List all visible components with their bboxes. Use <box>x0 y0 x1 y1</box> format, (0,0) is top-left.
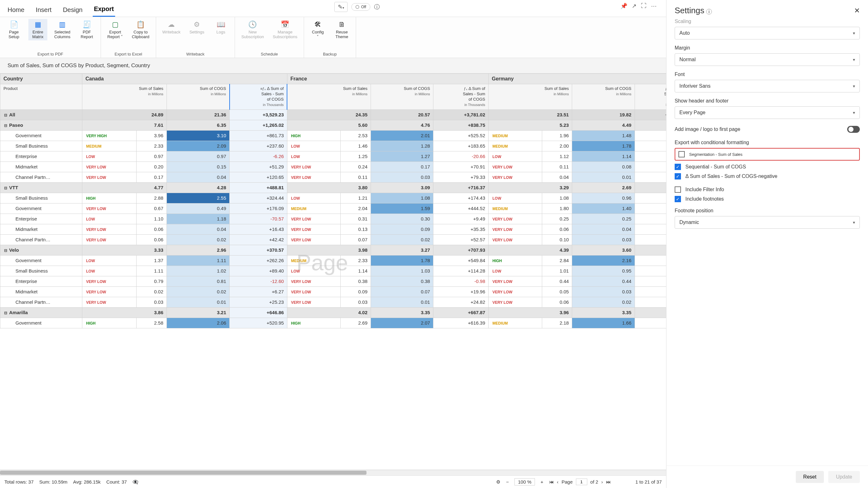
update-button[interactable]: Update <box>828 471 860 483</box>
zoom-out-button[interactable]: − <box>506 479 509 485</box>
table-row[interactable]: EnterpriseVERY LOW0.790.81-12.60VERY LOW… <box>0 276 666 286</box>
table-row[interactable]: Channel Partn…VERY LOW0.170.04+120.65VER… <box>0 172 666 182</box>
first-page-button[interactable]: ⏮ <box>549 479 554 485</box>
prev-page-button[interactable]: ‹ <box>557 479 559 485</box>
cloud-icon: ☁ <box>167 20 176 29</box>
pdf-icon: 🧾 <box>82 20 91 29</box>
footnotes-checkbox[interactable]: ✓ <box>675 196 681 202</box>
info-icon[interactable]: i <box>706 9 712 14</box>
reset-button[interactable]: Reset <box>796 471 824 483</box>
config-button[interactable]: 🛠Config ˅ <box>308 19 328 40</box>
report-subtitle: Sum of Sales, Sum of COGS by Product, Se… <box>0 58 666 73</box>
ca-cogs-header[interactable]: Sum of COGSin Millions <box>166 84 229 110</box>
page-input[interactable] <box>576 479 587 485</box>
col-germany[interactable]: Germany <box>489 74 666 84</box>
table-row[interactable]: Channel Partn…VERY LOW0.060.02+42.42VERY… <box>0 234 666 245</box>
export-report-button[interactable]: ▢Export Report ˅ <box>105 19 125 40</box>
note-icon[interactable]: ✎▾ <box>334 2 348 12</box>
table-row[interactable]: ⊟Velo3.332.96+370.573.983.27+707.934.393… <box>0 245 666 255</box>
zoom-value[interactable]: 100 % <box>515 478 535 486</box>
filter-checkbox[interactable] <box>675 186 681 193</box>
table-row[interactable]: Channel Partn…VERY LOW0.030.01+25.23VERY… <box>0 297 666 307</box>
table-row[interactable]: MidmarketVERY LOW0.060.04+16.43VERY LOW0… <box>0 224 666 234</box>
arrow-icon[interactable]: ↗ <box>632 2 637 9</box>
status-bar: Total rows: 37 Sum: 10.59m Avg: 286.15k … <box>0 476 666 488</box>
next-page-button[interactable]: › <box>601 479 603 485</box>
ca-diff-header[interactable]: ≡ƒₓ Δ Sum of Sales - Sum of COGSin Thous… <box>229 84 287 110</box>
fr-cogs-header[interactable]: Sum of COGSin Millions <box>371 84 433 110</box>
reuse-theme-button[interactable]: 🗎Reuse Theme <box>333 19 351 40</box>
entire-matrix-button[interactable]: ▦Entire Matrix <box>28 19 47 40</box>
close-settings-button[interactable]: ✕ <box>854 7 860 15</box>
table-row[interactable]: GovernmentVERY LOW0.670.49+176.09MEDIUM2… <box>0 203 666 214</box>
footnotes-label: Include footnotes <box>685 196 724 202</box>
tab-home[interactable]: Home <box>6 4 26 17</box>
cf-delta-checkbox[interactable]: ✓ <box>675 173 681 180</box>
table-row[interactable]: EnterpriseLOW0.970.97-6.26LOW1.251.27-20… <box>0 151 666 161</box>
filter-row[interactable]: Include Filter Info <box>675 186 860 193</box>
pin-icon[interactable]: 📌 <box>620 2 627 9</box>
expand-icon[interactable]: ⊟ <box>4 311 7 315</box>
cf-delta-row[interactable]: ✓ Δ Sum of Sales - Sum of COGS-negative <box>675 173 860 180</box>
cf-delta-label: Δ Sum of Sales - Sum of COGS-negative <box>685 174 777 179</box>
toggle-off-pill[interactable]: Off <box>351 3 370 11</box>
table-row[interactable]: GovernmentHIGH2.582.06+520.95HIGH2.692.0… <box>0 318 666 328</box>
horizontal-scrollbar[interactable] <box>0 470 666 476</box>
more-icon[interactable]: ⋯ <box>651 2 657 9</box>
font-select[interactable]: Inforiver Sans <box>675 80 860 92</box>
expand-icon[interactable]: ⊟ <box>4 113 7 117</box>
row-range: 1 to 21 of 37 <box>636 479 662 485</box>
tab-insert[interactable]: Insert <box>34 4 53 17</box>
cf-segmentation-row[interactable]: Segmentation - Sum of Sales <box>675 148 860 160</box>
ca-sales-header[interactable]: Sum of Salesin Millions <box>82 84 167 110</box>
footnotes-row[interactable]: ✓ Include footnotes <box>675 196 860 202</box>
group-pdf-label: Export to PDF <box>37 51 63 57</box>
table-row[interactable]: ⊟Paseo7.616.35+1,265.025.604.76+838.755.… <box>0 120 666 130</box>
de-diff-header[interactable]: ƒₓ Δ Sum of Sales - Sum of COGSin Thousa… <box>634 84 666 110</box>
logo-toggle[interactable] <box>847 126 860 133</box>
tab-design[interactable]: Design <box>62 4 84 17</box>
de-sales-header[interactable]: Sum of Salesin Millions <box>489 84 572 110</box>
eye-off-icon[interactable]: 👁‍🗨 <box>132 479 138 485</box>
header-select[interactable]: Every Page <box>675 106 860 119</box>
tab-export[interactable]: Export <box>93 3 115 17</box>
col-france[interactable]: France <box>287 74 488 84</box>
cf-segmentation-checkbox[interactable] <box>678 151 685 157</box>
table-row[interactable]: EnterpriseLOW1.101.18-70.57VERY LOW0.310… <box>0 214 666 224</box>
expand-icon[interactable]: ⊟ <box>4 123 7 128</box>
last-page-button[interactable]: ⏭ <box>606 479 611 485</box>
fr-diff-header[interactable]: ƒₓ Δ Sum of Sales - Sum of COGSin Thousa… <box>433 84 489 110</box>
data-table-wrap[interactable]: Page Country Canada France Germany Mexic… <box>0 73 666 470</box>
de-cogs-header[interactable]: Sum of COGSin Millions <box>572 84 634 110</box>
expand-icon[interactable]: ⊟ <box>4 186 7 190</box>
gear-icon[interactable]: ⚙ <box>496 479 500 485</box>
table-row[interactable]: Small BusinessMEDIUM2.332.09+237.60LOW1.… <box>0 141 666 151</box>
page-of: of 2 <box>590 479 598 485</box>
fpos-label: Footnote position <box>675 208 860 214</box>
table-row[interactable]: Small BusinessLOW1.111.02+89.40LOW1.141.… <box>0 266 666 276</box>
table-row[interactable]: MidmarketVERY LOW0.200.15+51.29VERY LOW0… <box>0 161 666 172</box>
font-label: Font <box>675 71 860 77</box>
expand-icon[interactable]: ⊟ <box>4 248 7 253</box>
scaling-select[interactable]: Auto <box>675 27 860 39</box>
table-row[interactable]: MidmarketVERY LOW0.020.02+6.27VERY LOW0.… <box>0 286 666 297</box>
table-row[interactable]: ⊟All24.8921.36+3,529.2324.3520.57+3,781.… <box>0 110 666 120</box>
pdf-report-button[interactable]: 🧾PDF Report <box>77 19 96 40</box>
table-row[interactable]: GovernmentVERY HIGH3.963.10+861.73HIGH2.… <box>0 130 666 141</box>
cf-sequential-checkbox[interactable]: ✓ <box>675 164 681 170</box>
margin-select[interactable]: Normal <box>675 53 860 66</box>
cf-sequential-row[interactable]: ✓ Sequential - Sum of COGS <box>675 164 860 170</box>
page-setup-button[interactable]: 📄Page Setup <box>4 19 23 40</box>
info-icon[interactable]: ⓘ <box>374 3 380 11</box>
table-row[interactable]: ⊟VTT4.774.28+488.813.803.09+716.373.292.… <box>0 182 666 193</box>
selected-columns-button[interactable]: ▥Selected Columns <box>52 19 72 40</box>
table-row[interactable]: Small BusinessHIGH2.882.55+324.44LOW1.21… <box>0 193 666 203</box>
expand-icon[interactable]: ⛶ <box>641 2 647 9</box>
fpos-select[interactable]: Dynamic <box>675 216 860 229</box>
copy-clipboard-button[interactable]: 📋Copy to Clipboard <box>130 19 151 40</box>
col-canada[interactable]: Canada <box>82 74 287 84</box>
zoom-in-button[interactable]: + <box>540 479 544 485</box>
table-row[interactable]: GovernmentLOW1.371.11+262.26MEDIUM2.331.… <box>0 255 666 266</box>
fr-sales-header[interactable]: Sum of Salesin Millions <box>287 84 371 110</box>
table-row[interactable]: ⊟Amarilla3.863.21+646.864.023.35+667.873… <box>0 307 666 318</box>
